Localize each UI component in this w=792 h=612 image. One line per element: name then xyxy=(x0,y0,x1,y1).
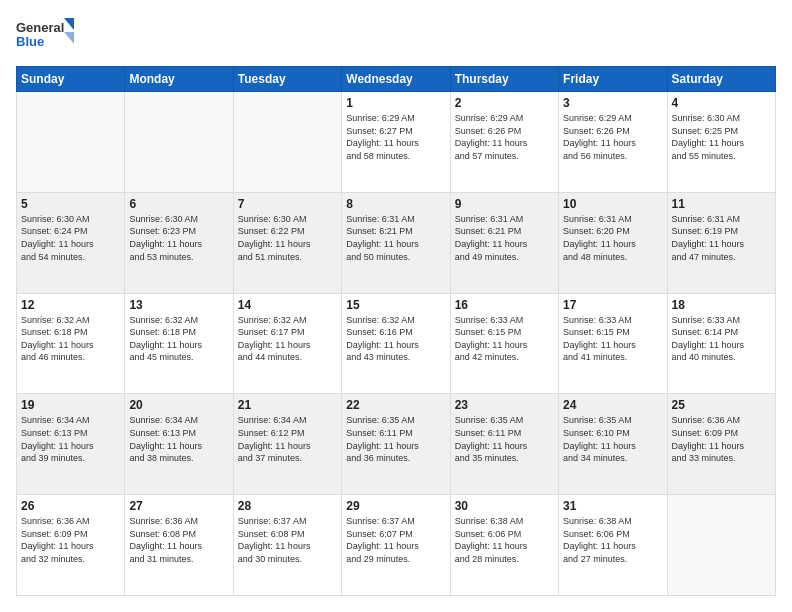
logo: General Blue xyxy=(16,16,76,56)
day-info: Sunrise: 6:37 AM Sunset: 6:08 PM Dayligh… xyxy=(238,515,337,565)
calendar-cell: 30Sunrise: 6:38 AM Sunset: 6:06 PM Dayli… xyxy=(450,495,558,596)
day-number: 3 xyxy=(563,96,662,110)
day-number: 4 xyxy=(672,96,771,110)
day-number: 26 xyxy=(21,499,120,513)
day-number: 22 xyxy=(346,398,445,412)
calendar-cell: 9Sunrise: 6:31 AM Sunset: 6:21 PM Daylig… xyxy=(450,192,558,293)
day-number: 9 xyxy=(455,197,554,211)
header: General Blue xyxy=(16,16,776,56)
day-info: Sunrise: 6:36 AM Sunset: 6:09 PM Dayligh… xyxy=(672,414,771,464)
day-info: Sunrise: 6:29 AM Sunset: 6:26 PM Dayligh… xyxy=(563,112,662,162)
day-number: 11 xyxy=(672,197,771,211)
calendar-table: SundayMondayTuesdayWednesdayThursdayFrid… xyxy=(16,66,776,596)
week-row-3: 12Sunrise: 6:32 AM Sunset: 6:18 PM Dayli… xyxy=(17,293,776,394)
weekday-header-sunday: Sunday xyxy=(17,67,125,92)
day-number: 18 xyxy=(672,298,771,312)
day-info: Sunrise: 6:30 AM Sunset: 6:22 PM Dayligh… xyxy=(238,213,337,263)
day-info: Sunrise: 6:32 AM Sunset: 6:17 PM Dayligh… xyxy=(238,314,337,364)
calendar-cell: 28Sunrise: 6:37 AM Sunset: 6:08 PM Dayli… xyxy=(233,495,341,596)
day-number: 25 xyxy=(672,398,771,412)
day-number: 6 xyxy=(129,197,228,211)
calendar-cell: 6Sunrise: 6:30 AM Sunset: 6:23 PM Daylig… xyxy=(125,192,233,293)
day-number: 1 xyxy=(346,96,445,110)
day-info: Sunrise: 6:30 AM Sunset: 6:25 PM Dayligh… xyxy=(672,112,771,162)
week-row-5: 26Sunrise: 6:36 AM Sunset: 6:09 PM Dayli… xyxy=(17,495,776,596)
week-row-2: 5Sunrise: 6:30 AM Sunset: 6:24 PM Daylig… xyxy=(17,192,776,293)
weekday-header-saturday: Saturday xyxy=(667,67,775,92)
svg-text:General: General xyxy=(16,20,64,35)
day-number: 24 xyxy=(563,398,662,412)
day-info: Sunrise: 6:33 AM Sunset: 6:14 PM Dayligh… xyxy=(672,314,771,364)
day-number: 21 xyxy=(238,398,337,412)
day-info: Sunrise: 6:35 AM Sunset: 6:11 PM Dayligh… xyxy=(346,414,445,464)
day-number: 23 xyxy=(455,398,554,412)
day-info: Sunrise: 6:32 AM Sunset: 6:18 PM Dayligh… xyxy=(129,314,228,364)
day-info: Sunrise: 6:38 AM Sunset: 6:06 PM Dayligh… xyxy=(455,515,554,565)
day-number: 28 xyxy=(238,499,337,513)
weekday-header-friday: Friday xyxy=(559,67,667,92)
calendar-cell: 8Sunrise: 6:31 AM Sunset: 6:21 PM Daylig… xyxy=(342,192,450,293)
calendar-cell: 11Sunrise: 6:31 AM Sunset: 6:19 PM Dayli… xyxy=(667,192,775,293)
calendar-cell: 20Sunrise: 6:34 AM Sunset: 6:13 PM Dayli… xyxy=(125,394,233,495)
calendar-cell: 4Sunrise: 6:30 AM Sunset: 6:25 PM Daylig… xyxy=(667,92,775,193)
day-number: 12 xyxy=(21,298,120,312)
calendar-cell: 21Sunrise: 6:34 AM Sunset: 6:12 PM Dayli… xyxy=(233,394,341,495)
calendar-cell: 14Sunrise: 6:32 AM Sunset: 6:17 PM Dayli… xyxy=(233,293,341,394)
calendar-cell: 24Sunrise: 6:35 AM Sunset: 6:10 PM Dayli… xyxy=(559,394,667,495)
calendar-cell: 27Sunrise: 6:36 AM Sunset: 6:08 PM Dayli… xyxy=(125,495,233,596)
calendar-cell: 16Sunrise: 6:33 AM Sunset: 6:15 PM Dayli… xyxy=(450,293,558,394)
calendar-cell: 10Sunrise: 6:31 AM Sunset: 6:20 PM Dayli… xyxy=(559,192,667,293)
page: General Blue SundayMondayTuesdayWednesda… xyxy=(0,0,792,612)
day-number: 29 xyxy=(346,499,445,513)
day-number: 16 xyxy=(455,298,554,312)
day-info: Sunrise: 6:35 AM Sunset: 6:11 PM Dayligh… xyxy=(455,414,554,464)
day-info: Sunrise: 6:31 AM Sunset: 6:21 PM Dayligh… xyxy=(346,213,445,263)
svg-marker-3 xyxy=(64,32,74,44)
calendar-cell xyxy=(667,495,775,596)
weekday-header-thursday: Thursday xyxy=(450,67,558,92)
day-number: 20 xyxy=(129,398,228,412)
day-info: Sunrise: 6:36 AM Sunset: 6:08 PM Dayligh… xyxy=(129,515,228,565)
logo-svg: General Blue xyxy=(16,16,76,56)
day-number: 31 xyxy=(563,499,662,513)
calendar-cell: 26Sunrise: 6:36 AM Sunset: 6:09 PM Dayli… xyxy=(17,495,125,596)
day-info: Sunrise: 6:36 AM Sunset: 6:09 PM Dayligh… xyxy=(21,515,120,565)
day-info: Sunrise: 6:31 AM Sunset: 6:19 PM Dayligh… xyxy=(672,213,771,263)
day-info: Sunrise: 6:29 AM Sunset: 6:27 PM Dayligh… xyxy=(346,112,445,162)
calendar-cell: 19Sunrise: 6:34 AM Sunset: 6:13 PM Dayli… xyxy=(17,394,125,495)
calendar-cell xyxy=(125,92,233,193)
day-number: 19 xyxy=(21,398,120,412)
svg-marker-2 xyxy=(64,18,74,30)
day-info: Sunrise: 6:30 AM Sunset: 6:23 PM Dayligh… xyxy=(129,213,228,263)
day-number: 2 xyxy=(455,96,554,110)
week-row-1: 1Sunrise: 6:29 AM Sunset: 6:27 PM Daylig… xyxy=(17,92,776,193)
day-number: 10 xyxy=(563,197,662,211)
weekday-header-tuesday: Tuesday xyxy=(233,67,341,92)
calendar-cell: 18Sunrise: 6:33 AM Sunset: 6:14 PM Dayli… xyxy=(667,293,775,394)
day-info: Sunrise: 6:33 AM Sunset: 6:15 PM Dayligh… xyxy=(563,314,662,364)
calendar-cell: 25Sunrise: 6:36 AM Sunset: 6:09 PM Dayli… xyxy=(667,394,775,495)
day-info: Sunrise: 6:34 AM Sunset: 6:13 PM Dayligh… xyxy=(21,414,120,464)
day-info: Sunrise: 6:35 AM Sunset: 6:10 PM Dayligh… xyxy=(563,414,662,464)
day-info: Sunrise: 6:29 AM Sunset: 6:26 PM Dayligh… xyxy=(455,112,554,162)
calendar-cell: 5Sunrise: 6:30 AM Sunset: 6:24 PM Daylig… xyxy=(17,192,125,293)
day-number: 7 xyxy=(238,197,337,211)
calendar-cell: 3Sunrise: 6:29 AM Sunset: 6:26 PM Daylig… xyxy=(559,92,667,193)
calendar-cell: 12Sunrise: 6:32 AM Sunset: 6:18 PM Dayli… xyxy=(17,293,125,394)
day-number: 30 xyxy=(455,499,554,513)
calendar-cell: 17Sunrise: 6:33 AM Sunset: 6:15 PM Dayli… xyxy=(559,293,667,394)
calendar-cell: 1Sunrise: 6:29 AM Sunset: 6:27 PM Daylig… xyxy=(342,92,450,193)
day-info: Sunrise: 6:34 AM Sunset: 6:12 PM Dayligh… xyxy=(238,414,337,464)
day-number: 14 xyxy=(238,298,337,312)
calendar-cell: 23Sunrise: 6:35 AM Sunset: 6:11 PM Dayli… xyxy=(450,394,558,495)
calendar-cell: 29Sunrise: 6:37 AM Sunset: 6:07 PM Dayli… xyxy=(342,495,450,596)
weekday-header-wednesday: Wednesday xyxy=(342,67,450,92)
calendar-cell: 15Sunrise: 6:32 AM Sunset: 6:16 PM Dayli… xyxy=(342,293,450,394)
calendar-cell: 7Sunrise: 6:30 AM Sunset: 6:22 PM Daylig… xyxy=(233,192,341,293)
day-info: Sunrise: 6:30 AM Sunset: 6:24 PM Dayligh… xyxy=(21,213,120,263)
day-number: 13 xyxy=(129,298,228,312)
calendar-cell: 2Sunrise: 6:29 AM Sunset: 6:26 PM Daylig… xyxy=(450,92,558,193)
calendar-cell: 22Sunrise: 6:35 AM Sunset: 6:11 PM Dayli… xyxy=(342,394,450,495)
week-row-4: 19Sunrise: 6:34 AM Sunset: 6:13 PM Dayli… xyxy=(17,394,776,495)
svg-text:Blue: Blue xyxy=(16,34,44,49)
